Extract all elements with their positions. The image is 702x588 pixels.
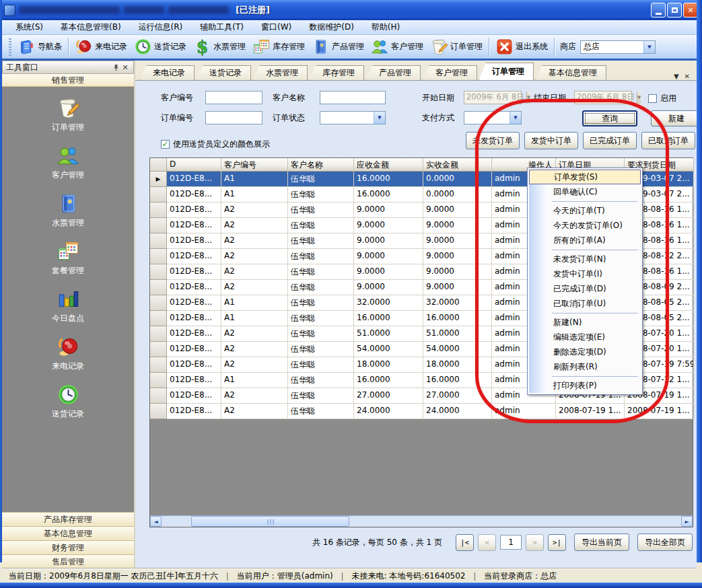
cell-receivable[interactable]: 9.0000	[354, 218, 423, 233]
store-combobox[interactable]: 总店 ▼	[580, 40, 656, 54]
enable-date-checkbox[interactable]: 启用	[648, 93, 676, 104]
cell-customer-no[interactable]: A2	[221, 342, 288, 357]
context-menu-item[interactable]: 今天的订单(T)	[529, 203, 641, 218]
menu-item[interactable]: 基本信息管理(B)	[52, 20, 129, 34]
close-button[interactable]: ✕	[683, 3, 698, 17]
order-status-filter-button[interactable]: 未发货订单	[466, 132, 520, 149]
cell-receivable[interactable]: 16.0000	[354, 172, 423, 187]
sidebar-item[interactable]: 客户管理	[52, 144, 84, 181]
order-no-input[interactable]	[205, 111, 262, 124]
minimize-button[interactable]	[651, 3, 666, 17]
cell-customer-no[interactable]: A2	[221, 280, 288, 295]
cell-customer-no[interactable]: A2	[221, 388, 288, 404]
context-menu-item[interactable]: 已完成订单(D)	[529, 281, 641, 296]
cell-customer-no[interactable]: A2	[221, 233, 288, 249]
toolbar-button[interactable]: 客户管理	[367, 36, 427, 57]
row-selector-cell[interactable]	[150, 357, 167, 373]
toolbar-button[interactable]: 来电记录	[71, 36, 131, 57]
scroll-left-icon[interactable]: ◄	[150, 516, 162, 527]
cell-customer-name[interactable]: 伍华聪	[288, 311, 354, 326]
scrollbar-thumb[interactable]	[191, 516, 349, 527]
cell-customer-no[interactable]: A1	[221, 172, 288, 187]
cell-customer-name[interactable]: 伍华聪	[288, 233, 354, 249]
row-selector-cell[interactable]	[150, 326, 167, 342]
cell-customer-no[interactable]: A1	[221, 295, 288, 311]
chevron-down-icon[interactable]: ▼	[374, 112, 385, 124]
cell-received[interactable]: 0.0000	[423, 172, 492, 187]
cell-receivable[interactable]: 18.0000	[354, 357, 423, 373]
sidebar-section-header[interactable]: 财务管理	[2, 540, 134, 554]
checkbox-icon[interactable]	[648, 94, 657, 103]
row-selector-cell[interactable]	[150, 295, 167, 311]
cell-id[interactable]: 012D-E8...	[167, 404, 221, 419]
pin-icon[interactable]	[111, 63, 120, 72]
cell-receivable[interactable]: 9.0000	[354, 249, 423, 264]
toolbar-button[interactable]: 库存管理	[249, 36, 308, 57]
cell-received[interactable]: 27.0000	[423, 388, 492, 404]
toolbar-button[interactable]: 退出系统	[492, 36, 551, 57]
cell-receivable[interactable]: 16.0000	[354, 187, 423, 203]
cell-received[interactable]: 24.0000	[423, 404, 492, 419]
cell-id[interactable]: 012D-E8...	[167, 172, 221, 187]
cell-required-date[interactable]: 2008-07-19 1...	[625, 404, 694, 419]
row-selector-cell[interactable]	[150, 203, 167, 218]
tab[interactable]: 客户管理	[422, 65, 477, 80]
cell-id[interactable]: 012D-E8...	[167, 388, 221, 404]
horizontal-scrollbar[interactable]: ◄ ►	[150, 515, 693, 527]
cell-customer-name[interactable]: 伍华聪	[288, 295, 354, 311]
cell-id[interactable]: 012D-E8...	[167, 295, 221, 311]
toolbar-button[interactable]: $ 水票管理	[190, 36, 249, 57]
cell-receivable[interactable]: 16.0000	[354, 373, 423, 388]
tab[interactable]: 产品管理	[365, 65, 421, 80]
cell-received[interactable]: 16.0000	[423, 373, 492, 388]
cell-id[interactable]: 012D-E8...	[167, 203, 221, 218]
context-menu-item[interactable]: 回单确认(C)	[529, 184, 641, 199]
cell-received[interactable]: 9.0000	[423, 203, 492, 218]
cell-received[interactable]: 0.0000	[423, 187, 492, 203]
toolbar-button[interactable]: 订单管理	[427, 36, 486, 57]
close-icon[interactable]: ✕	[120, 63, 130, 72]
toolbar-grip[interactable]	[9, 38, 11, 56]
menu-item[interactable]: 窗口(W)	[253, 20, 300, 34]
cell-received[interactable]: 9.0000	[423, 218, 492, 233]
export-current-page-button[interactable]: 导出当前页	[574, 534, 629, 551]
cell-customer-no[interactable]: A2	[221, 264, 288, 280]
tab-list-dropdown-icon[interactable]: ▼	[674, 73, 679, 80]
customer-no-input[interactable]	[205, 91, 262, 104]
row-selector-cell[interactable]	[150, 404, 167, 419]
cell-operator[interactable]: admin	[492, 404, 556, 419]
cell-receivable[interactable]: 27.0000	[354, 388, 423, 404]
cell-customer-no[interactable]: A1	[221, 373, 288, 388]
tab[interactable]: 库存管理	[309, 65, 364, 80]
cell-customer-no[interactable]: A2	[221, 218, 288, 233]
toolbar-button[interactable]: 送货记录	[131, 36, 190, 57]
cell-receivable[interactable]: 16.0000	[354, 311, 423, 326]
cell-receivable[interactable]: 9.0000	[354, 280, 423, 295]
grid-column-header[interactable]: 客户名称	[288, 158, 354, 172]
cell-id[interactable]: 012D-E8...	[167, 218, 221, 233]
cell-id[interactable]: 012D-E8...	[167, 280, 221, 295]
row-selector-cell[interactable]	[150, 373, 167, 388]
cell-received[interactable]: 9.0000	[423, 249, 492, 264]
cell-customer-no[interactable]: A2	[221, 357, 288, 373]
cell-customer-no[interactable]: A2	[221, 404, 288, 419]
cell-customer-no[interactable]: A2	[221, 326, 288, 342]
sidebar-item[interactable]: 套餐管理	[52, 240, 84, 277]
menu-item[interactable]: 系统(S)	[7, 20, 51, 34]
query-button[interactable]: 查询	[582, 110, 637, 126]
grid-column-header[interactable]: 实收金额	[423, 158, 492, 172]
cell-received[interactable]: 9.0000	[423, 264, 492, 280]
chevron-down-icon[interactable]: ▼	[643, 41, 655, 53]
sidebar-section-header[interactable]: 产品库存管理	[2, 512, 134, 526]
cell-receivable[interactable]: 32.0000	[354, 295, 423, 311]
order-status-filter-button[interactable]: 已取消订单	[641, 132, 695, 149]
cell-receivable[interactable]: 54.0000	[354, 342, 423, 357]
tab[interactable]: 水票管理	[252, 65, 308, 80]
cell-customer-name[interactable]: 伍华聪	[288, 172, 354, 187]
first-page-button[interactable]: |<	[456, 534, 474, 551]
sidebar-item[interactable]: 送货记录	[52, 383, 84, 420]
cell-id[interactable]: 012D-E8...	[167, 249, 221, 264]
cell-id[interactable]: 012D-E8...	[167, 373, 221, 388]
cell-id[interactable]: 012D-E8...	[167, 311, 221, 326]
toolbar-button[interactable]: 导航条	[14, 36, 65, 57]
